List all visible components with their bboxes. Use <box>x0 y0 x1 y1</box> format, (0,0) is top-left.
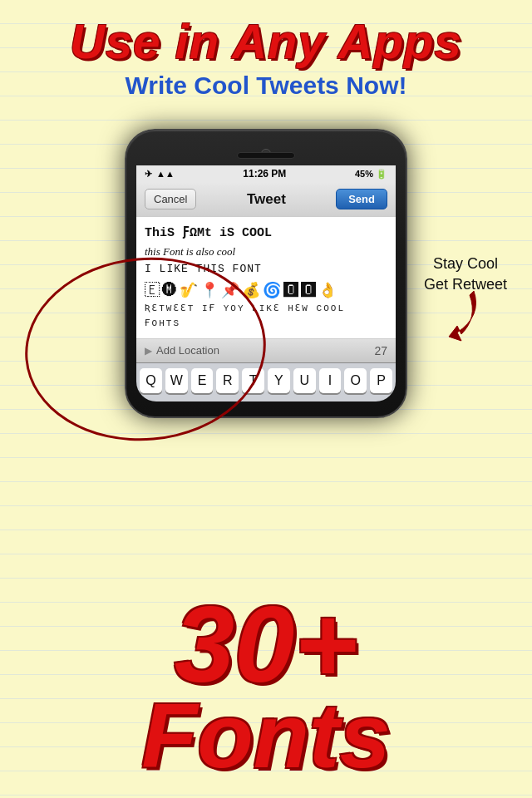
tweet-line-emoji: 🇪🅜🎷📍📌💰🌀🅾🅾👌 <box>145 278 387 303</box>
key-r[interactable]: R <box>216 368 239 393</box>
tweet-compose: Cancel Tweet Send ThiS ƑΩMt iS COOL this… <box>136 182 396 362</box>
tweet-text-area[interactable]: ThiS ƑΩMt iS COOL this Font is also cool… <box>136 217 396 339</box>
key-q[interactable]: Q <box>140 368 162 393</box>
phone-body: ✈ ▲▲ 11:26 PM 45% 🔋 Cancel Tweet Send Th… <box>125 129 407 418</box>
headline-section: Use in Any Apps Write Cool Tweets Now! <box>0 15 532 100</box>
battery-label: 45% 🔋 <box>355 169 387 180</box>
tweet-header: Cancel Tweet Send <box>136 182 396 217</box>
tweet-line-4: ʀɛтwɛɛт ιғ yoυ lιkɛ ηɛw cool ғoηтs <box>145 302 387 331</box>
phone-container: ✈ ▲▲ 11:26 PM 45% 🔋 Cancel Tweet Send Th… <box>125 129 407 418</box>
key-p[interactable]: P <box>370 368 392 393</box>
headline-main: Use in Any Apps <box>0 15 532 68</box>
key-o[interactable]: O <box>344 368 367 393</box>
wifi-icon: ▲▲ <box>156 169 175 179</box>
key-i[interactable]: I <box>319 368 342 393</box>
location-arrow-icon: ▶ <box>145 345 152 357</box>
status-right: 45% 🔋 <box>355 169 387 180</box>
keyboard-row-1: Q W E R T Y U I O P <box>140 368 392 393</box>
tweet-footer: ▶ Add Location 27 <box>136 339 396 362</box>
status-bar: ✈ ▲▲ 11:26 PM 45% 🔋 <box>136 165 396 182</box>
bottom-number: 30+ <box>0 590 532 698</box>
send-button[interactable]: Send <box>336 189 387 209</box>
key-t[interactable]: T <box>242 368 264 393</box>
status-left: ✈ ▲▲ <box>145 169 175 180</box>
bottom-word: Fonts <box>0 690 532 781</box>
add-location[interactable]: ▶ Add Location <box>145 344 219 357</box>
tweet-title: Tweet <box>247 191 286 208</box>
tweet-line-2: this Font is also cool <box>145 244 387 261</box>
tweet-line-3: i like this font <box>145 261 387 278</box>
stay-cool-label: Stay CoolGet Retweet <box>424 254 507 295</box>
cancel-button[interactable]: Cancel <box>145 189 196 209</box>
headline-sub: Write Cool Tweets Now! <box>0 71 532 100</box>
key-e[interactable]: E <box>191 368 214 393</box>
keyboard-area: Q W E R T Y U I O P <box>136 362 396 401</box>
status-time: 11:26 PM <box>175 168 355 180</box>
bottom-text: 30+ Fonts <box>0 590 532 781</box>
add-location-label: Add Location <box>156 344 219 357</box>
key-u[interactable]: U <box>293 368 316 393</box>
key-y[interactable]: Y <box>268 368 290 393</box>
tweet-line-1: ThiS ƑΩMt iS COOL <box>145 224 387 244</box>
char-count: 27 <box>374 344 387 357</box>
airplane-icon: ✈ <box>145 169 152 180</box>
phone-speaker <box>237 152 295 159</box>
key-w[interactable]: W <box>165 368 188 393</box>
